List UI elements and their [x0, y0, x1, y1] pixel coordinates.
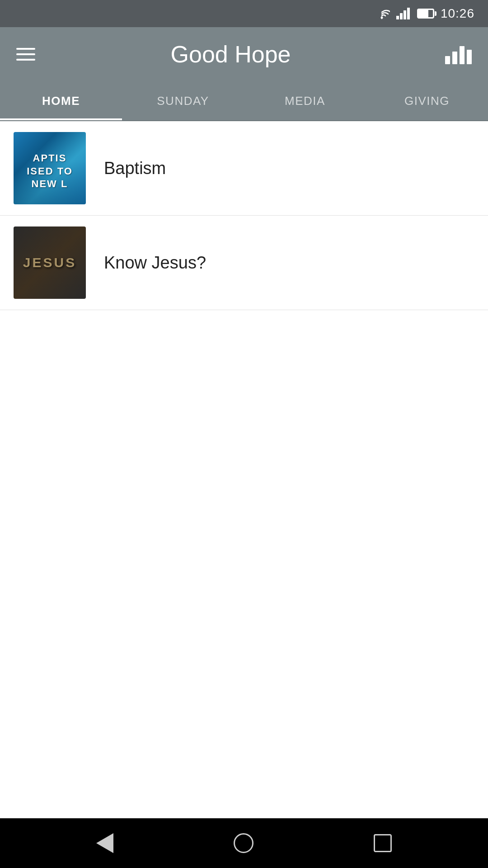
jesus-thumbnail: JESUS: [14, 226, 86, 299]
baptism-label: Baptism: [104, 159, 166, 178]
app-title: Good Hope: [16, 41, 445, 68]
tab-media[interactable]: MEDIA: [244, 81, 366, 120]
list-item[interactable]: APTISISED TO NEW L Baptism: [0, 121, 488, 216]
home-button[interactable]: [234, 833, 253, 853]
tab-sunday[interactable]: SUNDAY: [122, 81, 244, 120]
recents-button[interactable]: [374, 834, 392, 852]
back-button[interactable]: [96, 833, 113, 853]
tab-home[interactable]: HOME: [0, 81, 122, 120]
know-jesus-label: Know Jesus?: [104, 253, 206, 273]
baptism-thumbnail: APTISISED TO NEW L: [14, 132, 86, 204]
list-item[interactable]: JESUS Know Jesus?: [0, 216, 488, 310]
status-icons: 10:26: [374, 6, 474, 21]
app-header: Good Hope: [0, 27, 488, 81]
svg-rect-3: [404, 10, 406, 19]
svg-rect-2: [400, 13, 403, 19]
svg-rect-1: [396, 16, 399, 19]
signal-icon: [396, 8, 411, 19]
battery-icon: [417, 9, 434, 19]
recents-icon: [374, 834, 392, 852]
svg-rect-4: [407, 8, 410, 19]
stats-icon[interactable]: [445, 44, 472, 64]
status-bar: 10:26: [0, 0, 488, 27]
tab-giving[interactable]: GIVING: [366, 81, 488, 120]
svg-point-0: [380, 17, 383, 19]
bottom-nav-bar: [0, 818, 488, 868]
nav-tabs: HOME SUNDAY MEDIA GIVING: [0, 81, 488, 121]
content-list: APTISISED TO NEW L Baptism JESUS Know Je…: [0, 121, 488, 818]
home-icon: [234, 833, 253, 853]
wifi-icon: [374, 8, 390, 19]
status-time: 10:26: [441, 6, 474, 21]
back-icon: [96, 833, 113, 853]
